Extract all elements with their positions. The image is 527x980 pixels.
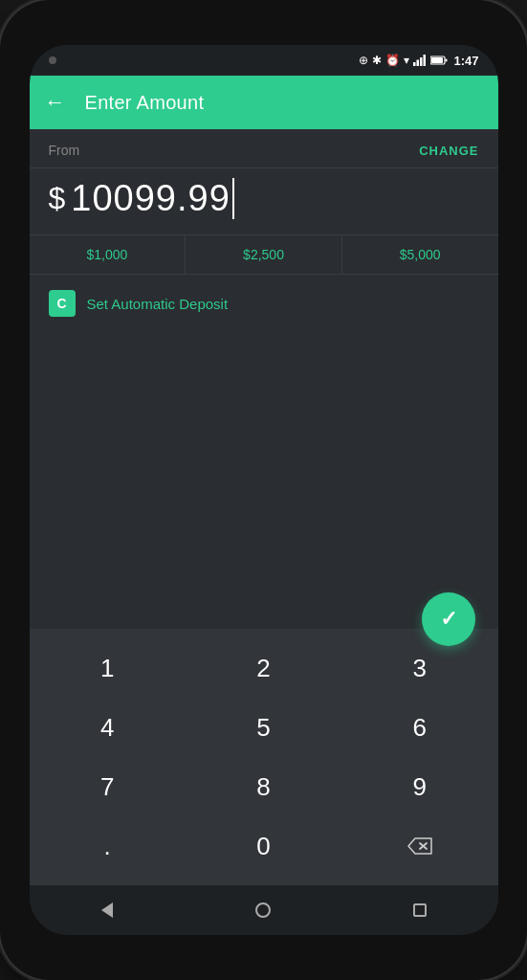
status-bar-left (49, 56, 56, 64)
status-bar: ⊕ ✱ ⏰ ▾ 1:47 (30, 45, 498, 76)
key-1[interactable]: 1 (59, 640, 155, 696)
bluetooth-icon: ⊕ (359, 54, 368, 67)
time-display: 1:47 (453, 54, 478, 68)
key-2[interactable]: 2 (215, 640, 311, 696)
battery-icon (430, 56, 448, 65)
svg-marker-7 (408, 838, 431, 854)
home-circle-icon (255, 902, 271, 918)
recents-square-icon (413, 903, 427, 917)
auto-deposit-icon: C (49, 290, 76, 317)
alarm-icon: ⏰ (385, 54, 400, 67)
quick-amounts-bar: $1,000 $2,500 $5,000 (30, 234, 498, 275)
numpad: 1 2 3 4 5 6 (30, 629, 498, 885)
key-0[interactable]: 0 (215, 818, 311, 874)
key-dot[interactable]: . (59, 818, 155, 874)
key-8[interactable]: 8 (215, 759, 311, 814)
digit-7: 7 (100, 772, 114, 802)
key-backspace[interactable] (372, 818, 468, 874)
content-spacer (30, 332, 498, 571)
digit-3: 3 (413, 654, 427, 683)
auto-deposit-row[interactable]: C Set Automatic Deposit (30, 275, 498, 332)
back-button[interactable]: ← (45, 90, 66, 115)
bluetooth-icon2: ✱ (372, 54, 382, 67)
svg-rect-1 (417, 60, 420, 67)
amount-value: 10099.99 (71, 178, 234, 219)
auto-deposit-label: Set Automatic Deposit (87, 296, 229, 312)
back-triangle-icon (101, 902, 113, 918)
key-7[interactable]: 7 (59, 759, 155, 814)
key-6[interactable]: 6 (372, 700, 468, 755)
nav-recents-button[interactable] (401, 891, 439, 929)
phone-screen: ⊕ ✱ ⏰ ▾ 1:47 ← Enter (30, 45, 498, 935)
svg-rect-5 (431, 57, 443, 63)
svg-rect-3 (424, 55, 427, 66)
toolbar: ← Enter Amount (30, 76, 498, 129)
signal-icon (413, 55, 427, 66)
fab-area: ✓ (30, 571, 498, 629)
svg-rect-6 (446, 59, 448, 62)
digit-1: 1 (100, 654, 114, 683)
auto-deposit-icon-label: C (56, 296, 66, 311)
digit-6: 6 (413, 713, 427, 743)
svg-rect-0 (413, 62, 416, 66)
phone-frame: ⊕ ✱ ⏰ ▾ 1:47 ← Enter (0, 0, 527, 980)
confirm-fab-button[interactable]: ✓ (422, 592, 475, 646)
numpad-row-4: . 0 (30, 818, 498, 874)
numpad-row-1: 1 2 3 (30, 640, 498, 696)
digit-5: 5 (256, 713, 270, 743)
amount-display: $ 10099.99 (30, 168, 498, 234)
page-title: Enter Amount (85, 92, 205, 114)
from-label: From (49, 143, 80, 158)
wifi-icon: ▾ (404, 54, 409, 67)
check-icon: ✓ (440, 607, 457, 632)
nav-home-button[interactable] (244, 891, 282, 929)
numpad-row-3: 7 8 9 (30, 759, 498, 814)
key-5[interactable]: 5 (215, 700, 311, 755)
digit-9: 9 (413, 772, 427, 802)
key-4[interactable]: 4 (59, 700, 155, 755)
camera-dot (49, 56, 56, 64)
status-bar-right: ⊕ ✱ ⏰ ▾ 1:47 (359, 54, 478, 68)
digit-8: 8 (256, 772, 270, 802)
svg-rect-2 (420, 57, 423, 66)
navigation-bar (30, 885, 498, 935)
numpad-row-2: 4 5 6 (30, 700, 498, 755)
change-button[interactable]: CHANGE (419, 144, 478, 158)
from-row: From CHANGE (30, 129, 498, 167)
backspace-icon (407, 837, 432, 855)
key-3[interactable]: 3 (372, 640, 468, 696)
quick-amount-2[interactable]: $2,500 (186, 235, 342, 274)
quick-amount-1[interactable]: $1,000 (30, 235, 187, 274)
digit-4: 4 (100, 713, 114, 743)
quick-amount-3[interactable]: $5,000 (342, 235, 498, 274)
currency-symbol: $ (49, 181, 66, 216)
content-area: From CHANGE $ 10099.99 $1,000 $2,500 $5,… (30, 129, 498, 629)
digit-0: 0 (256, 832, 270, 861)
nav-back-button[interactable] (88, 891, 126, 929)
digit-dot: . (104, 832, 111, 861)
digit-2: 2 (256, 654, 270, 683)
key-9[interactable]: 9 (372, 759, 468, 814)
